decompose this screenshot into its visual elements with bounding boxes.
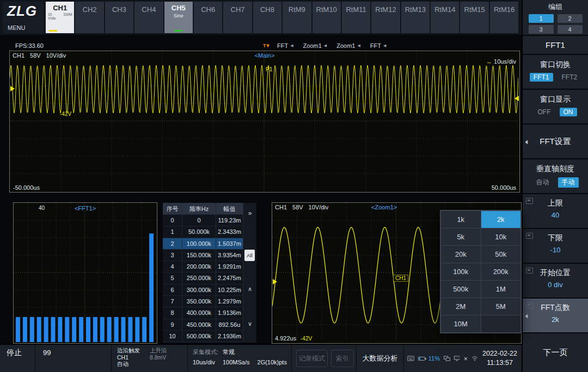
sidebar-section-fft-settings[interactable]: ◀FFT设置: [523, 123, 588, 158]
channel-tab-rtm10[interactable]: RtM10: [313, 2, 341, 33]
vertical-scale-自动-button[interactable]: 自动: [532, 177, 553, 188]
table-row[interactable]: 6300.000k10.225m: [163, 284, 243, 296]
channel-ground-marker[interactable]: [10, 86, 15, 91]
fft-window[interactable]: 40 <FFT1>: [13, 202, 157, 344]
table-row[interactable]: 9450.000k892.56u: [163, 319, 243, 331]
scroll-down-button[interactable]: ∨: [243, 320, 256, 327]
scroll-up-button[interactable]: ∧: [243, 286, 256, 293]
table-row[interactable]: 7350.000k1.2979m: [163, 296, 243, 307]
channel-ground-marker[interactable]: [273, 279, 277, 284]
sidebar-section-lower-limit[interactable]: 下限-10: [523, 228, 588, 263]
nav-arrow-icon: ◀: [525, 139, 528, 145]
acquire-mode-line: 采集模式:常规: [193, 348, 235, 356]
big-data-analysis-button[interactable]: 大数据分析: [356, 345, 404, 372]
table-row[interactable]: 3150.000k3.9354m: [163, 250, 243, 261]
group-button-4[interactable]: 4: [558, 25, 583, 34]
time-start-label: -50.000us: [13, 184, 40, 191]
main-scope-screen[interactable]: CH1 58V 10V/div <Main> ↔ 10us/div P1 -42…: [9, 51, 520, 193]
run-state[interactable]: 停止: [0, 345, 35, 372]
channel-tab-rtm9[interactable]: RtM9: [283, 2, 311, 33]
group-button-1[interactable]: 1: [529, 14, 554, 23]
channel-tab-rtm11[interactable]: RtM11: [342, 2, 370, 33]
keyboard-icon[interactable]: [407, 355, 414, 362]
fft-points-option-2k[interactable]: 2k: [481, 211, 521, 228]
sidebar-section-upper-limit[interactable]: 上限40: [523, 193, 588, 228]
channel-tab-ch3[interactable]: CH3: [105, 2, 133, 33]
channel-tab-rtm12[interactable]: RtM12: [371, 2, 400, 33]
window-display-on-button[interactable]: ON: [560, 108, 577, 116]
fft-points-option-2m[interactable]: 2M: [441, 298, 481, 315]
fft-points-option-50k[interactable]: 50k: [481, 246, 521, 263]
column-header: 幅值: [216, 203, 243, 215]
section-label: FFT设置: [540, 137, 571, 147]
channel-tab-label: CH7: [223, 5, 252, 14]
vertical-scale-手动-button[interactable]: 手动: [558, 177, 579, 188]
scope-tab-zoom1-1[interactable]: Zoom1◀: [303, 42, 327, 49]
page-forward-button[interactable]: »: [243, 209, 256, 217]
channel-scale: 10V/div: [309, 204, 329, 210]
table-cell: 2.2475m: [216, 272, 243, 284]
fft-points-option-200k[interactable]: 200k: [481, 263, 521, 280]
table-row[interactable]: 4200.000k1.9291m: [163, 261, 243, 272]
channel-tab-ch5[interactable]: CH5Sine: [164, 2, 193, 33]
fft-points-option-5k[interactable]: 5k: [441, 228, 481, 245]
collapse-icon[interactable]: ◀: [357, 44, 360, 48]
table-row[interactable]: 8400.000k1.9136m: [163, 307, 243, 319]
channel-tab-label: CH3: [105, 5, 133, 14]
fft-points-option-10m[interactable]: 10M: [441, 315, 481, 332]
window-display-off-button[interactable]: OFF: [534, 108, 555, 116]
table-row[interactable]: 00119.23m: [163, 215, 243, 226]
channel-tab-ch6[interactable]: CH6: [194, 2, 222, 33]
trigger-info[interactable]: 边沿触发 CH1 自动 上升沿 8.8mV: [111, 345, 187, 372]
channel-tab-rtm16[interactable]: RtM16: [490, 2, 518, 33]
fft-points-option-500k[interactable]: 500k: [441, 281, 481, 297]
group-button-3[interactable]: 3: [529, 25, 554, 34]
sidebar-section-fft-points[interactable]: ◀FFT点数2k: [523, 297, 588, 332]
channel-tab-ch1[interactable]: CH110V/div100M: [46, 2, 74, 33]
fft-points-option-5m[interactable]: 5M: [481, 298, 521, 315]
table-row[interactable]: 2100.000k1.5037m: [163, 238, 243, 250]
record-mode-button[interactable]: 记录模式: [296, 350, 328, 367]
display-icon[interactable]: [454, 355, 460, 362]
collapse-icon[interactable]: ◀: [383, 44, 386, 48]
fft-points-option-20k[interactable]: 20k: [441, 246, 481, 263]
channel-tab-rtm14[interactable]: RtM14: [431, 2, 459, 33]
show-all-button[interactable]: All: [244, 250, 255, 261]
channel-tab-ch4[interactable]: CH4: [134, 2, 163, 33]
table-row[interactable]: 150.000k2.3433m: [163, 226, 243, 238]
channel-tab-label: RtM16: [490, 5, 518, 14]
channel-tab-ch7[interactable]: CH7: [223, 2, 252, 33]
fft-points-option-100k[interactable]: 100k: [441, 263, 481, 280]
timebase-value: 10us/div: [494, 58, 516, 65]
sidebar-section-next-page[interactable]: 下一页: [523, 332, 588, 372]
dual-display-icon[interactable]: [444, 355, 450, 362]
window-switch-fft2-button[interactable]: FFT2: [558, 73, 581, 82]
channel-tab-rtm15[interactable]: RtM15: [460, 2, 488, 33]
channel-tab-rtm13[interactable]: RtM13: [401, 2, 430, 33]
group-button-2[interactable]: 2: [558, 14, 583, 23]
table-cell: 1.2979m: [216, 296, 243, 307]
fft-points-option-10k[interactable]: 10k: [481, 228, 521, 245]
scope-tab-fft-3[interactable]: FFT◀: [370, 42, 387, 49]
fft-points-option-1m[interactable]: 1M: [481, 281, 521, 297]
menu-button[interactable]: ZLG MENU: [3, 2, 44, 33]
sidebar-section-start-position[interactable]: 开始位置0 div: [523, 263, 588, 297]
scope-tab-fft-0[interactable]: FFT◀: [277, 42, 293, 49]
window-switch-fft1-button[interactable]: FFT1: [530, 73, 553, 82]
table-row[interactable]: 5250.000k2.2475m: [163, 272, 243, 284]
trigger-position-marker[interactable]: T▼: [263, 43, 270, 48]
acquire-info[interactable]: 采集模式:常规 10us/div 100MSa/s 2G(10k)pts: [187, 345, 292, 372]
channel-tab-ch8[interactable]: CH8: [253, 2, 281, 33]
trigger-type: 边沿触发: [117, 347, 140, 354]
trigger-level-marker[interactable]: [514, 96, 519, 101]
table-row[interactable]: 10500.000k2.1936m: [163, 331, 243, 342]
collapse-icon[interactable]: ◀: [290, 44, 293, 48]
collapse-icon[interactable]: ◀: [324, 44, 327, 48]
index-button[interactable]: 索引: [331, 350, 354, 367]
fft-points-option-1k[interactable]: 1k: [441, 211, 481, 228]
wifi-icon[interactable]: [471, 355, 478, 362]
table-cell: 1.5037m: [216, 238, 243, 250]
scope-tab-zoom1-2[interactable]: Zoom1◀: [336, 42, 360, 49]
table-cell: 7: [163, 296, 182, 307]
channel-tab-ch2[interactable]: CH2: [75, 2, 103, 33]
